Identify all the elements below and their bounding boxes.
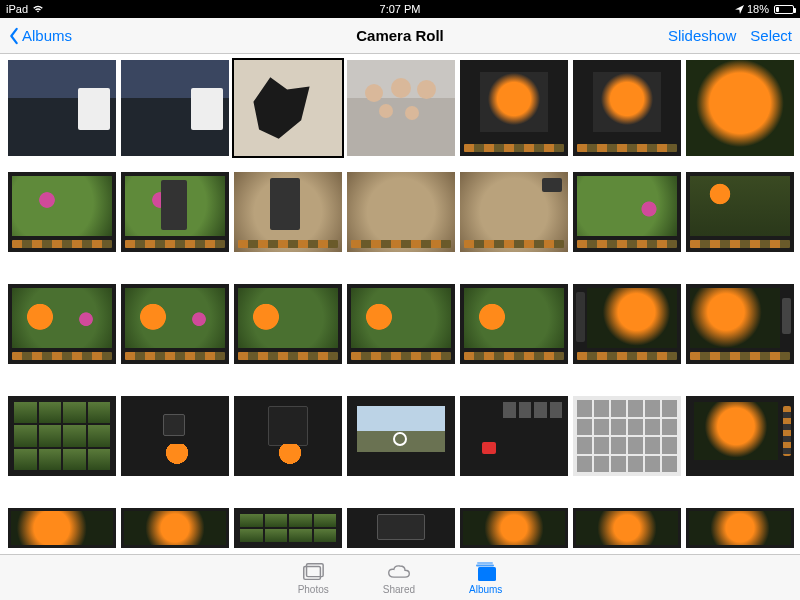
thumbnail[interactable]	[234, 396, 342, 476]
thumbnail[interactable]	[121, 172, 229, 252]
thumbnail[interactable]	[121, 284, 229, 364]
thumbnail[interactable]	[234, 172, 342, 252]
cloud-icon	[387, 561, 411, 583]
thumbnail[interactable]	[686, 172, 794, 252]
nav-bar: Albums Camera Roll Slideshow Select	[0, 18, 800, 54]
thumbnail[interactable]	[121, 60, 229, 156]
svg-rect-3	[476, 564, 494, 566]
photo-grid-scroll[interactable]	[0, 54, 800, 554]
svg-rect-2	[478, 567, 496, 581]
tab-bar: Photos Shared Albums	[0, 554, 800, 600]
thumbnail[interactable]	[460, 60, 568, 156]
thumbnail[interactable]	[347, 396, 455, 476]
thumbnail[interactable]	[573, 284, 681, 364]
photos-icon	[301, 561, 325, 583]
tab-albums[interactable]: Albums	[469, 561, 502, 595]
thumbnail[interactable]	[234, 508, 342, 548]
photo-grid	[8, 60, 800, 554]
tab-label: Photos	[298, 584, 329, 595]
thumbnail[interactable]	[347, 60, 455, 156]
battery-percent: 18%	[747, 3, 769, 15]
tab-shared[interactable]: Shared	[383, 561, 415, 595]
thumbnail[interactable]	[686, 284, 794, 364]
thumbnail[interactable]	[686, 508, 794, 548]
thumbnail[interactable]	[121, 508, 229, 548]
thumbnail[interactable]	[573, 508, 681, 548]
status-right: 18%	[531, 3, 794, 15]
thumbnail[interactable]	[573, 396, 681, 476]
status-left: iPad	[6, 3, 269, 15]
battery-icon	[772, 5, 794, 14]
thumbnail[interactable]	[8, 284, 116, 364]
tab-photos[interactable]: Photos	[298, 561, 329, 595]
thumbnail[interactable]	[573, 60, 681, 156]
thumbnail[interactable]	[234, 284, 342, 364]
albums-icon	[474, 561, 498, 583]
slideshow-button[interactable]: Slideshow	[668, 27, 736, 44]
thumbnail[interactable]	[8, 172, 116, 252]
status-time: 7:07 PM	[269, 3, 532, 15]
thumbnail[interactable]	[347, 172, 455, 252]
thumbnail[interactable]	[460, 172, 568, 252]
thumbnail[interactable]	[460, 508, 568, 548]
tab-label: Albums	[469, 584, 502, 595]
status-bar: iPad 7:07 PM 18%	[0, 0, 800, 18]
tab-label: Shared	[383, 584, 415, 595]
device-label: iPad	[6, 3, 28, 15]
thumbnail[interactable]	[460, 396, 568, 476]
back-button[interactable]: Albums	[8, 27, 72, 45]
thumbnail[interactable]	[686, 396, 794, 476]
wifi-icon	[32, 4, 44, 14]
svg-rect-4	[477, 562, 493, 564]
thumbnail[interactable]	[8, 508, 116, 548]
thumbnail[interactable]	[8, 396, 116, 476]
thumbnail[interactable]	[573, 172, 681, 252]
thumbnail[interactable]	[234, 60, 342, 156]
location-icon	[735, 5, 744, 14]
thumbnail[interactable]	[8, 60, 116, 156]
thumbnail[interactable]	[347, 508, 455, 548]
page-title: Camera Roll	[269, 27, 530, 44]
thumbnail[interactable]	[347, 284, 455, 364]
thumbnail[interactable]	[460, 284, 568, 364]
thumbnail[interactable]	[686, 60, 794, 156]
back-label: Albums	[22, 27, 72, 44]
chevron-left-icon	[8, 27, 20, 45]
thumbnail[interactable]	[121, 396, 229, 476]
select-button[interactable]: Select	[750, 27, 792, 44]
